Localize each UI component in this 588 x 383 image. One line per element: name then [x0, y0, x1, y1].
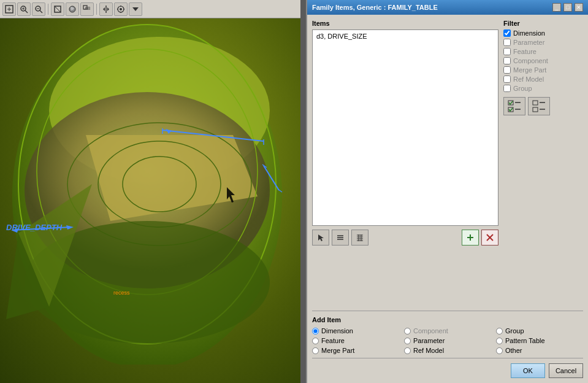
radio-group-label: Group: [505, 327, 524, 335]
radio-dimension-label: Dimension: [321, 327, 353, 335]
radio-pattern-table-label: Pattern Table: [505, 337, 545, 344]
filter-ref-model-checkbox[interactable]: [503, 75, 511, 83]
radio-component-input[interactable]: [404, 328, 411, 335]
add-item-section: Add Item Dimension Component Group Featu…: [312, 311, 583, 354]
radio-ref-model-label: Ref Model: [413, 347, 444, 354]
radio-dimension[interactable]: Dimension: [312, 327, 399, 335]
check-all-button[interactable]: [503, 97, 525, 115]
model-svg: recess DRIVE_DEPTH: [0, 0, 300, 365]
uncheck-all-button[interactable]: [528, 97, 550, 115]
radio-feature-input[interactable]: [312, 338, 319, 344]
filter-feature-checkbox[interactable]: [503, 48, 511, 55]
radio-ref-model-input[interactable]: [404, 347, 411, 354]
filter-merge-part-checkbox[interactable]: [503, 66, 511, 74]
radio-ref-model[interactable]: Ref Model: [404, 347, 491, 354]
items-toolbar: [312, 230, 498, 246]
dialog-title: Family Items, Generic : FAMILY_TABLE: [312, 4, 438, 11]
minimize-button[interactable]: _: [552, 3, 561, 12]
radio-parameter-label: Parameter: [413, 337, 445, 344]
list-item[interactable]: d3, DRIVE_SIZE: [314, 31, 497, 41]
filter-component[interactable]: Component: [503, 57, 583, 64]
radio-other[interactable]: Other: [496, 347, 583, 354]
filter-parameter[interactable]: Parameter: [503, 39, 583, 46]
radio-pattern-table-input[interactable]: [496, 338, 503, 344]
svg-rect-68: [533, 101, 538, 105]
family-items-dialog: Family Items, Generic : FAMILY_TABLE _ □…: [306, 0, 588, 383]
radio-component[interactable]: Component: [404, 327, 491, 335]
filter-dimension-checkbox[interactable]: [503, 29, 511, 37]
svg-text:DRIVE_DEPTH: DRIVE_DEPTH: [6, 223, 63, 232]
dialog-titlebar: Family Items, Generic : FAMILY_TABLE _ □…: [307, 0, 588, 15]
radio-merge-part-label: Merge Part: [321, 347, 354, 354]
filter-merge-part-label: Merge Part: [513, 66, 546, 74]
filter-merge-part[interactable]: Merge Part: [503, 66, 583, 74]
radio-group[interactable]: Group: [496, 327, 583, 335]
radio-other-input[interactable]: [496, 347, 503, 354]
filter-section: Filter Dimension Parameter Feature Compo…: [503, 20, 583, 308]
filter-ref-model-label: Ref Model: [513, 75, 544, 83]
close-button[interactable]: ✕: [575, 3, 583, 12]
list-view-button[interactable]: [332, 230, 349, 246]
radio-feature[interactable]: Feature: [312, 337, 399, 344]
filter-group[interactable]: Group: [503, 85, 583, 92]
items-list[interactable]: d3, DRIVE_SIZE: [312, 29, 498, 226]
radio-parameter[interactable]: Parameter: [404, 337, 491, 344]
cancel-button[interactable]: Cancel: [549, 363, 583, 378]
filter-ref-model[interactable]: Ref Model: [503, 75, 583, 83]
items-section-label: Items: [312, 20, 498, 27]
add-item-label: Add Item: [312, 316, 583, 323]
filter-group-checkbox[interactable]: [503, 85, 511, 92]
grid-view-button[interactable]: [351, 230, 368, 246]
radio-group-input[interactable]: [496, 328, 503, 335]
viewport[interactable]: AB: [0, 0, 300, 383]
filter-buttons: [503, 97, 583, 115]
filter-dimension[interactable]: Dimension: [503, 29, 583, 37]
svg-marker-50: [318, 234, 324, 241]
filter-group-label: Group: [513, 85, 532, 92]
filter-parameter-checkbox[interactable]: [503, 39, 511, 46]
select-tool-button[interactable]: [312, 230, 329, 246]
radio-merge-part[interactable]: Merge Part: [312, 347, 399, 354]
filter-feature-label: Feature: [513, 48, 536, 55]
add-item-radios: Dimension Component Group Feature Parame…: [312, 327, 583, 354]
radio-pattern-table[interactable]: Pattern Table: [496, 337, 583, 344]
filter-label: Filter: [503, 20, 583, 27]
svg-rect-70: [533, 107, 538, 112]
filter-parameter-label: Parameter: [513, 39, 544, 46]
radio-parameter-input[interactable]: [404, 338, 411, 344]
remove-button[interactable]: [481, 230, 498, 246]
radio-other-label: Other: [505, 347, 522, 354]
radio-feature-label: Feature: [321, 337, 345, 344]
radio-component-label: Component: [413, 327, 448, 335]
add-button[interactable]: [462, 230, 479, 246]
filter-dimension-label: Dimension: [513, 29, 545, 37]
radio-merge-part-input[interactable]: [312, 347, 319, 354]
svg-text:recess: recess: [113, 290, 130, 296]
dialog-footer: OK Cancel: [312, 358, 583, 378]
filter-component-checkbox[interactable]: [503, 57, 511, 64]
radio-dimension-input[interactable]: [312, 328, 319, 335]
ok-button[interactable]: OK: [511, 363, 545, 378]
restore-button[interactable]: □: [563, 3, 572, 12]
filter-component-label: Component: [513, 57, 548, 64]
filter-feature[interactable]: Feature: [503, 48, 583, 55]
items-section: Items d3, DRIVE_SIZE: [312, 20, 498, 308]
